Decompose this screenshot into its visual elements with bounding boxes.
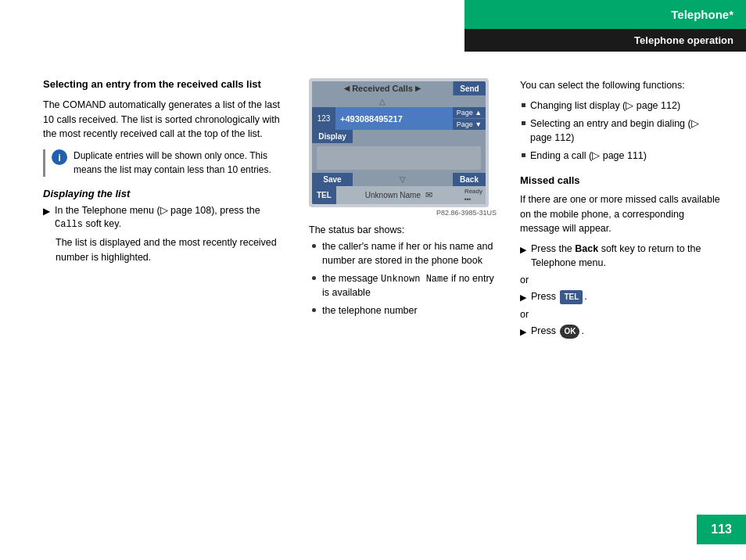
bullet-arrow-1: ▶ <box>43 205 50 232</box>
arrow-1-icon: ▶ <box>520 244 526 270</box>
right-func-3: Ending a call (▷ page 111) <box>530 149 647 163</box>
screen-display-right <box>453 130 486 143</box>
screen-status-row: TEL Unknown Name ✉ Ready▪▪▪ <box>312 186 486 204</box>
arrow-2-text: Press TEL. <box>531 290 587 304</box>
right-column: You can select the following functions: … <box>520 78 723 544</box>
down-arrow: ▽ <box>353 173 453 186</box>
back-button[interactable]: Back <box>453 173 486 186</box>
info-icon: i <box>52 149 67 165</box>
missed-arrow-1: ▶ Press the Back soft key to return to t… <box>520 242 723 270</box>
unknown-name: Unknown Name ✉ <box>336 186 461 204</box>
dot-3 <box>312 308 316 312</box>
bullet-item-1: ▶ In the Telephone menu (▷ page 108), pr… <box>43 204 285 232</box>
arrow-2-icon: ▶ <box>520 292 526 304</box>
display-button[interactable]: Display <box>312 130 353 143</box>
missed-calls-title: Missed calls <box>520 174 723 186</box>
or-1: or <box>520 275 723 285</box>
dot-r1 <box>522 103 525 107</box>
or-2: or <box>520 309 723 320</box>
screen-display-row: Display <box>312 130 486 143</box>
nav-up-area: △ <box>312 95 453 107</box>
middle-bullet-text-3: the telephone number <box>322 304 418 318</box>
middle-bullet-text-1: the caller's name if her or his name and… <box>322 240 497 267</box>
arrow-3-icon: ▶ <box>520 326 526 339</box>
screen-mid-graphic <box>312 143 486 173</box>
arrow-1-text: Press the Back soft key to return to the… <box>531 242 723 270</box>
screen-received-calls: ◀ Received Calls ▶ <box>312 81 453 95</box>
dot-r3 <box>522 153 525 157</box>
body-text: The COMAND automatically generates a lis… <box>43 98 285 142</box>
missed-arrow-3: ▶ Press OK. <box>520 325 723 339</box>
status-info: Ready▪▪▪ <box>461 186 486 204</box>
tel-label: TEL <box>312 186 336 204</box>
dot-r2 <box>522 121 525 125</box>
middle-bullet-2: the message Unknown Name if no entry is … <box>309 272 497 300</box>
dot-1 <box>312 244 316 248</box>
middle-bullet-1: the caller's name if her or his name and… <box>309 240 497 267</box>
header: Telephone* Telephone operation <box>464 0 746 52</box>
main-content: Selecting an entry from the received cal… <box>0 63 746 560</box>
right-bullet-1: Changing list display (▷ page 112) <box>520 99 723 113</box>
phone-number: +493088495217 <box>335 107 453 130</box>
save-button[interactable]: Save <box>312 173 353 186</box>
section-title: Selecting an entry from the received cal… <box>43 78 285 92</box>
left-column: Selecting an entry from the received cal… <box>43 78 285 544</box>
dot-2 <box>312 276 316 280</box>
info-box: i Duplicate entries will be shown only o… <box>43 149 285 177</box>
screen-number-row: 123 +493088495217 Page ▲ Page ▼ <box>312 107 486 130</box>
header-operation: Telephone operation <box>464 29 746 52</box>
screen-row-title: ◀ Received Calls ▶ Send <box>312 81 486 95</box>
screen-display-center <box>353 130 453 143</box>
subsection-title: Displaying the list <box>43 188 285 199</box>
page-up-button[interactable]: Page ▲ <box>453 107 486 119</box>
arrow-3-text: Press OK. <box>531 325 584 339</box>
info-box-text: Duplicate entries will be shown only onc… <box>74 149 285 177</box>
right-func-1: Changing list display (▷ page 112) <box>530 99 680 113</box>
middle-bullet-text-2: the message Unknown Name if no entry is … <box>322 272 497 300</box>
ok-key: OK <box>560 325 579 339</box>
right-func-2: Selecting an entry and begin dialing (▷ … <box>530 117 723 145</box>
screen-save-row: Save ▽ Back <box>312 173 486 186</box>
middle-bullet-3: the telephone number <box>309 304 497 318</box>
screen-caption: P82.86-3985-31US <box>309 209 497 217</box>
page-number: 113 <box>697 515 746 544</box>
nav-up-arrow: △ <box>379 97 386 106</box>
bullet-text-2: The list is displayed and the most recen… <box>43 235 285 265</box>
num-label: 123 <box>312 107 335 130</box>
page-buttons: Page ▲ Page ▼ <box>453 107 486 130</box>
screen-nav-row: △ <box>312 95 486 107</box>
calls-code: Calls <box>55 219 83 230</box>
header-telephone: Telephone* <box>464 0 746 29</box>
missed-body: If there are one or more missed calls av… <box>520 192 723 236</box>
status-bar-title: The status bar shows: <box>309 224 497 235</box>
missed-arrow-2: ▶ Press TEL. <box>520 290 723 304</box>
bullet-text-1: In the Telephone menu (▷ page 108), pres… <box>55 204 285 232</box>
mail-icon: ✉ <box>425 190 432 200</box>
right-bullet-3: Ending a call (▷ page 111) <box>520 149 723 163</box>
screen-device: ◀ Received Calls ▶ Send △ 123 +493 <box>309 78 489 207</box>
send-button[interactable]: Send <box>453 81 486 95</box>
tel-key: TEL <box>560 290 583 304</box>
middle-column: ◀ Received Calls ▶ Send △ 123 +493 <box>309 78 497 544</box>
right-bullet-2: Selecting an entry and begin dialing (▷ … <box>520 117 723 145</box>
page-down-button[interactable]: Page ▼ <box>453 119 486 130</box>
right-intro: You can select the following functions: <box>520 78 723 93</box>
screen-inner: ◀ Received Calls ▶ Send △ 123 +493 <box>312 81 486 204</box>
